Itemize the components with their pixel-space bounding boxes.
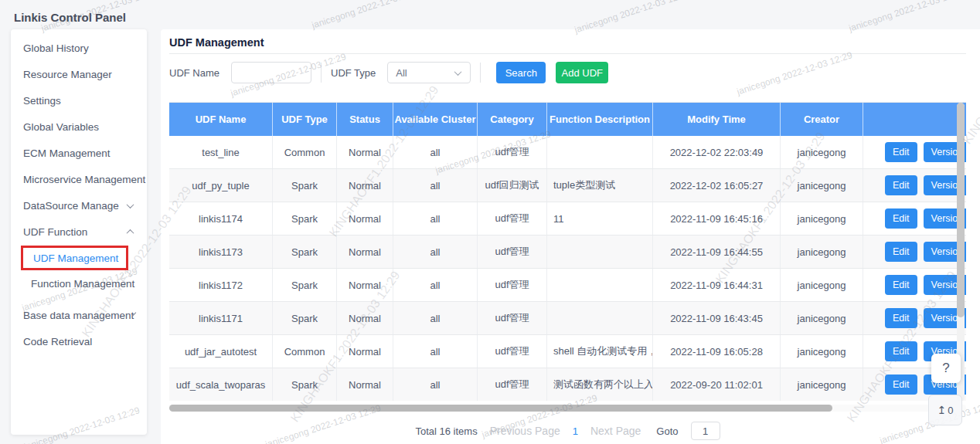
sidebar-item-datasource-manage[interactable]: DataSource Manage (11, 192, 147, 219)
upload-arrow-icon: ↥ (937, 404, 947, 416)
sidebar-item-udf-function[interactable]: UDF Function (11, 219, 147, 245)
table-horizontal-scrollbar[interactable] (169, 405, 966, 412)
udf-type-select[interactable]: All (387, 62, 471, 83)
cell-udf-name: linkis1173 (169, 236, 273, 268)
sidebar-item-label: ECM Management (23, 147, 111, 159)
table-header-row: UDF Name UDF Type Status Available Clust… (169, 103, 966, 136)
cell-description (547, 269, 653, 301)
add-udf-button[interactable]: Add UDF (556, 62, 608, 83)
column-header-status: Status (337, 103, 393, 136)
cell-creator: janicegong (781, 269, 863, 301)
edit-button[interactable]: Edit (885, 208, 917, 229)
question-mark-icon: ? (942, 361, 949, 376)
cell-creator: janicegong (781, 136, 863, 168)
sidebar-item-function-management[interactable]: Function Management (11, 271, 147, 296)
cell-status: Normal (337, 236, 393, 268)
next-page-button[interactable]: Next Page (590, 425, 641, 437)
cell-status: Normal (337, 202, 393, 235)
page-number-1[interactable]: 1 (573, 425, 578, 437)
main-content: UDF Management UDF Name UDF Type All Sea… (161, 29, 980, 444)
cell-udf-type: Spark (273, 202, 337, 235)
edit-button[interactable]: Edit (885, 375, 917, 395)
app-title: Linkis Control Panel (14, 11, 126, 24)
cell-cluster: all (393, 335, 478, 368)
goto-page-input[interactable] (691, 422, 720, 440)
cell-description: 测试函数有两个以上入参... (547, 368, 653, 401)
scrollbar-thumb[interactable] (169, 405, 832, 412)
page-title: UDF Management (169, 36, 264, 49)
pagination-total: Total 16 items (415, 425, 477, 437)
sidebar: Global History Resource Manager Settings… (11, 29, 147, 435)
table-row: test_line Common Normal all udf管理 2022-1… (169, 136, 966, 169)
cell-description: tuple类型测试 (547, 169, 653, 202)
cell-cluster: all (393, 269, 478, 301)
cell-category: udf管理 (478, 269, 547, 301)
scrollbar-thumb[interactable] (957, 103, 965, 317)
chevron-down-icon (127, 201, 134, 208)
cell-creator: janicegong (781, 236, 863, 268)
edit-button[interactable]: Edit (885, 341, 917, 361)
cell-cluster: all (393, 136, 478, 168)
udf-table: UDF Name UDF Type Status Available Clust… (169, 102, 966, 401)
cell-cluster: all (393, 302, 478, 334)
cell-cluster: all (393, 169, 478, 202)
cell-udf-name: linkis1171 (169, 302, 273, 334)
sidebar-item-global-variables[interactable]: Global Variables (11, 114, 147, 140)
filter-divider (480, 63, 481, 83)
cell-actions: Edit Version List (863, 169, 966, 202)
sidebar-item-label: Global History (23, 42, 89, 54)
sidebar-item-label: Global Variables (23, 121, 99, 133)
edit-button[interactable]: Edit (885, 242, 917, 262)
cell-udf-name: linkis1172 (169, 269, 273, 301)
goto-label: Goto (656, 425, 678, 437)
task-count-button[interactable]: ↥ 0 (928, 395, 962, 425)
cell-category: udf管理 (478, 236, 547, 268)
sidebar-item-label: Resource Manager (23, 69, 112, 80)
column-header-category: Category (478, 103, 547, 136)
cell-description (547, 302, 653, 334)
sidebar-item-microservice-management[interactable]: Microservice Management (11, 166, 147, 192)
edit-button[interactable]: Edit (885, 308, 917, 328)
cell-status: Normal (337, 136, 393, 168)
cell-udf-type: Spark (273, 169, 337, 202)
cell-modify-time: 2022-12-02 16:05:27 (653, 169, 781, 202)
sidebar-item-resource-manager[interactable]: Resource Manager (11, 61, 147, 87)
udf-name-label: UDF Name (169, 67, 219, 79)
sidebar-item-label: Code Retrieval (23, 336, 92, 347)
table-row: linkis1171 Spark Normal all udf管理 2022-1… (169, 302, 966, 335)
cell-modify-time: 2022-09-20 11:02:01 (653, 368, 781, 401)
sidebar-item-label: UDF Function (23, 226, 87, 238)
column-header-modify-time: Modify Time (653, 103, 781, 136)
cell-udf-type: Spark (273, 236, 337, 268)
cell-creator: janicegong (781, 302, 863, 334)
edit-button[interactable]: Edit (885, 175, 917, 195)
cell-udf-type: Spark (273, 269, 337, 301)
cell-cluster: all (393, 368, 478, 401)
sidebar-item-ecm-management[interactable]: ECM Management (11, 140, 147, 166)
cell-category: udf管理 (478, 202, 547, 235)
udf-type-value: All (396, 67, 407, 79)
udf-name-input[interactable] (231, 62, 311, 83)
column-header-udf-type: UDF Type (273, 103, 337, 136)
edit-button[interactable]: Edit (885, 275, 917, 295)
cell-udf-name: test_line (169, 136, 273, 168)
sidebar-item-code-retrieval[interactable]: Code Retrieval (11, 328, 147, 354)
cell-udf-name: udf_scala_twoparas (169, 368, 273, 401)
edit-button[interactable]: Edit (885, 142, 917, 162)
sidebar-item-base-data-management[interactable]: Base data management (11, 302, 147, 328)
help-button[interactable]: ? (931, 354, 961, 383)
sidebar-item-global-history[interactable]: Global History (11, 35, 147, 61)
cell-modify-time: 2022-11-09 16:44:31 (653, 269, 781, 301)
cell-udf-name: linkis1174 (169, 202, 273, 235)
cell-actions: Edit Version List (863, 269, 966, 301)
sidebar-item-udf-management[interactable]: UDF Management (21, 246, 128, 270)
sidebar-item-settings[interactable]: Settings (11, 87, 147, 114)
previous-page-button[interactable]: Previous Page (490, 425, 560, 437)
cell-cluster: all (393, 236, 478, 268)
cell-modify-time: 2022-11-09 16:45:16 (653, 202, 781, 235)
table-row: linkis1174 Spark Normal all udf管理 11 202… (169, 202, 966, 236)
cell-status: Normal (337, 335, 393, 368)
cell-udf-name: udf_jar_autotest (169, 335, 273, 368)
cell-actions: Edit Version List (863, 302, 966, 334)
search-button[interactable]: Search (496, 62, 546, 83)
